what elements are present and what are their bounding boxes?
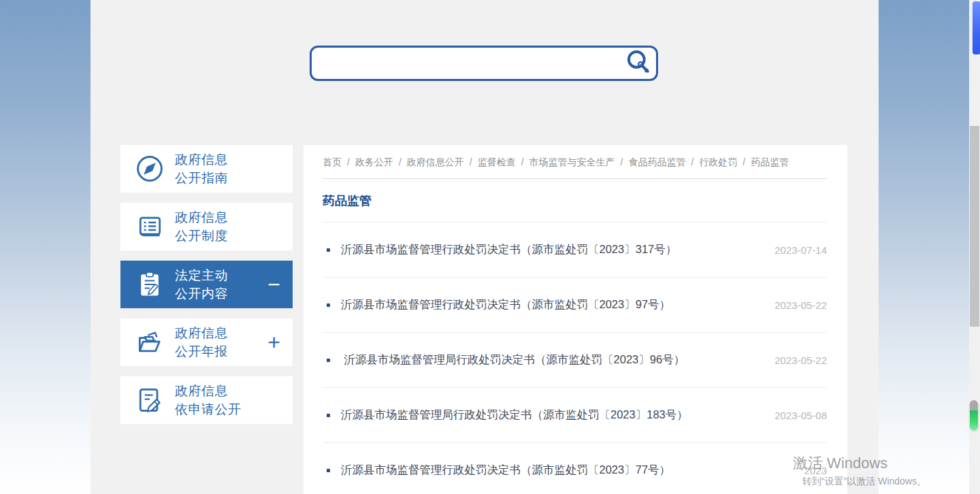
breadcrumb-item-8: 药品监管 — [751, 157, 789, 167]
document-date: 2023 — [804, 465, 827, 476]
document-date: 2023-07-14 — [774, 244, 827, 256]
breadcrumb-separator: / — [691, 157, 693, 167]
scrollbar-track[interactable] — [969, 0, 980, 494]
document-row[interactable]: 沂源县市场监督管理行政处罚决定书（源市监处罚〔2023〕77号）2023 — [323, 443, 827, 494]
breadcrumb-item-4[interactable]: 监督检查 — [478, 157, 516, 167]
collapse-icon[interactable]: − — [267, 274, 280, 295]
sidebar-label-line1: 政府信息 — [175, 382, 242, 400]
bullet-square-icon — [327, 303, 330, 307]
bullet-square-icon — [327, 248, 330, 252]
scroll-indicator-green — [970, 410, 978, 430]
breadcrumb-separator: / — [347, 157, 350, 167]
sidebar-label-line1: 政府信息 — [175, 324, 228, 342]
sidebar-item-3[interactable]: 法定主动公开内容− — [120, 261, 293, 308]
sidebar-label-line1: 法定主动 — [175, 266, 228, 284]
compass-icon — [135, 154, 165, 184]
sidebar-item-2[interactable]: 政府信息公开制度 — [120, 203, 293, 250]
breadcrumb-item-1[interactable]: 首页 — [323, 157, 342, 167]
sidebar-item-label: 政府信息公开制度 — [175, 208, 228, 245]
sidebar-item-4[interactable]: 政府信息公开年报+ — [120, 318, 293, 366]
sidebar-label-line2: 依申请公开 — [175, 400, 242, 418]
document-title-link[interactable]: 沂源县市场监督管理行政处罚决定书（源市监处罚〔2023〕77号） — [341, 463, 792, 478]
search-button[interactable] — [621, 48, 656, 79]
doc-pencil-icon — [135, 385, 165, 415]
document-row[interactable]: 沂源县市场监督管理局行政处罚决定书（源市监处罚〔2023〕96号）2023-05… — [323, 333, 827, 388]
sidebar-item-label: 政府信息公开年报 — [175, 324, 228, 361]
breadcrumb-item-7[interactable]: 行政处罚 — [699, 157, 737, 167]
folder-docs-icon — [135, 327, 165, 357]
left-gradient-column — [0, 0, 91, 494]
sidebar-item-1[interactable]: 政府信息公开指南 — [120, 145, 293, 193]
breadcrumb-separator: / — [470, 157, 472, 167]
document-date: 2023-05-22 — [774, 355, 827, 366]
sidebar-label-line2: 公开内容 — [175, 284, 228, 303]
document-row[interactable]: 沂源县市场监督管理行政处罚决定书（源市监处罚〔2023〕317号）2023-07… — [323, 223, 827, 278]
sidebar-label-line2: 公开年报 — [175, 342, 228, 361]
scroll-indicator-pill[interactable] — [970, 400, 978, 430]
search-input[interactable] — [312, 48, 621, 79]
sidebar-label-line2: 公开制度 — [175, 227, 228, 245]
sidebar-item-5[interactable]: 政府信息依申请公开 — [120, 376, 293, 424]
sidebar-item-label: 政府信息依申请公开 — [175, 382, 242, 418]
scrollbar-thumb[interactable] — [970, 126, 979, 327]
breadcrumb-item-2[interactable]: 政务公开 — [355, 157, 393, 167]
breadcrumb-separator: / — [521, 157, 524, 167]
sidebar-item-label: 法定主动公开内容 — [175, 266, 228, 303]
search-bar — [310, 46, 658, 81]
document-title-link[interactable]: 沂源县市场监督管理局行政处罚决定书（源市监处罚〔2023〕96号） — [341, 352, 762, 367]
right-gradient-column — [879, 0, 969, 494]
breadcrumb: 首页/政务公开/政府信息公开/监督检查/市场监管与安全生产/食品药品监管/行政处… — [323, 145, 827, 179]
sidebar: 政府信息公开指南政府信息公开制度法定主动公开内容−政府信息公开年报+政府信息依申… — [120, 145, 293, 434]
page-title: 药品监管 — [323, 179, 827, 223]
document-date: 2023-05-08 — [774, 410, 827, 421]
page-background: 政府信息公开指南政府信息公开制度法定主动公开内容−政府信息公开年报+政府信息依申… — [0, 0, 980, 494]
breadcrumb-item-3[interactable]: 政府信息公开 — [407, 157, 464, 167]
breadcrumb-separator: / — [742, 157, 745, 167]
clipboard-pen-icon — [135, 269, 165, 299]
sidebar-label-line2: 公开指南 — [175, 169, 228, 187]
document-row[interactable]: 沂源县市场监督管理局行政处罚决定书（源市监处罚〔2023〕183号）2023-0… — [323, 388, 827, 443]
scrollbar-blue-thumb[interactable] — [973, 1, 980, 54]
breadcrumb-item-5[interactable]: 市场监管与安全生产 — [529, 157, 615, 167]
notebook-icon — [135, 212, 165, 242]
breadcrumb-separator: / — [399, 157, 402, 167]
sidebar-label-line1: 政府信息 — [175, 208, 228, 227]
main-content: 首页/政务公开/政府信息公开/监督检查/市场监管与安全生产/食品药品监管/行政处… — [304, 145, 847, 494]
breadcrumb-separator: / — [621, 157, 623, 167]
bullet-square-icon — [327, 469, 330, 472]
breadcrumb-item-6[interactable]: 食品药品监管 — [628, 157, 685, 167]
document-title-link[interactable]: 沂源县市场监督管理局行政处罚决定书（源市监处罚〔2023〕183号） — [341, 408, 762, 423]
expand-icon[interactable]: + — [267, 331, 280, 353]
document-list: 沂源县市场监督管理行政处罚决定书（源市监处罚〔2023〕317号）2023-07… — [323, 223, 827, 494]
sidebar-label-line1: 政府信息 — [175, 150, 228, 169]
bullet-square-icon — [327, 359, 330, 362]
search-icon — [625, 49, 652, 78]
document-title-link[interactable]: 沂源县市场监督管理行政处罚决定书（源市监处罚〔2023〕317号） — [341, 242, 762, 257]
document-title-link[interactable]: 沂源县市场监督管理行政处罚决定书（源市监处罚〔2023〕97号） — [341, 297, 762, 312]
sidebar-item-label: 政府信息公开指南 — [175, 150, 228, 187]
document-row[interactable]: 沂源县市场监督管理行政处罚决定书（源市监处罚〔2023〕97号）2023-05-… — [323, 278, 827, 333]
bullet-square-icon — [327, 414, 330, 417]
document-date: 2023-05-22 — [774, 299, 827, 311]
